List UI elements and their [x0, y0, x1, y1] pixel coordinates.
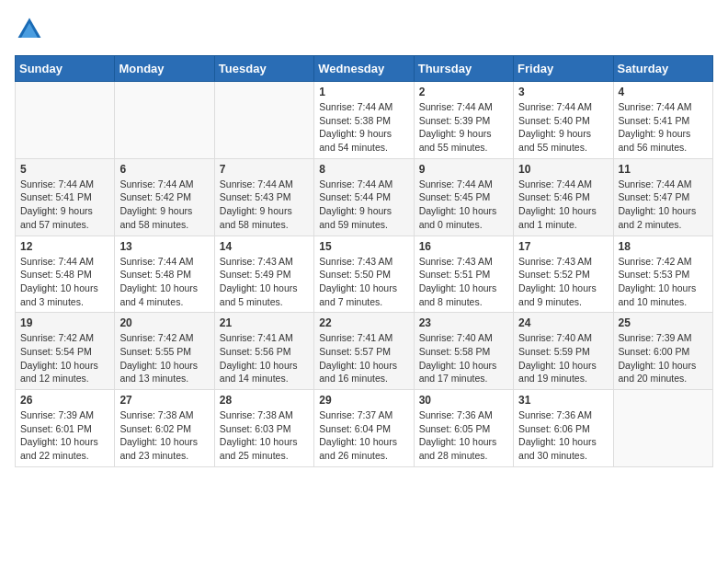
- day-info: and 26 minutes.: [319, 449, 408, 463]
- day-info: Daylight: 10 hours: [419, 282, 508, 295]
- week-row-1: 1Sunrise: 7:44 AMSunset: 5:38 PMDaylight…: [16, 82, 713, 159]
- calendar-cell: 20Sunrise: 7:42 AMSunset: 5:55 PMDayligh…: [115, 313, 214, 390]
- day-number: 5: [20, 163, 109, 176]
- day-number: 14: [220, 240, 309, 253]
- day-info: and 59 minutes.: [319, 218, 408, 232]
- day-info: and 4 minutes.: [119, 295, 209, 309]
- day-info: and 10 minutes.: [619, 295, 708, 309]
- day-info: Sunset: 5:57 PM: [319, 345, 408, 359]
- day-number: 20: [119, 316, 209, 329]
- calendar-cell: 25Sunrise: 7:39 AMSunset: 6:00 PMDayligh…: [613, 313, 712, 390]
- day-info: Daylight: 9 hours: [20, 204, 109, 218]
- day-info: Sunset: 5:38 PM: [319, 114, 408, 128]
- day-info: Sunrise: 7:36 AM: [419, 408, 508, 422]
- day-header-friday: Friday: [514, 56, 613, 82]
- day-info: Sunset: 5:39 PM: [419, 114, 508, 128]
- day-info: and 3 minutes.: [20, 295, 109, 309]
- day-info: and 12 minutes.: [20, 372, 109, 385]
- day-info: and 14 minutes.: [220, 372, 309, 385]
- calendar-cell: 13Sunrise: 7:44 AMSunset: 5:48 PMDayligh…: [115, 236, 214, 313]
- day-number: 31: [518, 394, 608, 407]
- day-info: Sunrise: 7:40 AM: [518, 331, 608, 345]
- calendar-cell: 9Sunrise: 7:44 AMSunset: 5:45 PMDaylight…: [414, 158, 513, 236]
- day-info: Daylight: 10 hours: [119, 282, 209, 295]
- day-info: Sunset: 6:06 PM: [518, 422, 608, 436]
- day-info: Sunset: 5:58 PM: [419, 345, 508, 359]
- day-info: Sunrise: 7:43 AM: [319, 255, 408, 269]
- day-info: Sunrise: 7:44 AM: [319, 100, 408, 114]
- day-info: Daylight: 10 hours: [419, 435, 508, 449]
- day-info: Sunset: 5:50 PM: [319, 268, 408, 282]
- day-info: Sunset: 6:04 PM: [319, 422, 408, 436]
- day-number: 15: [319, 240, 408, 253]
- day-number: 13: [119, 240, 209, 253]
- calendar-cell: 17Sunrise: 7:43 AMSunset: 5:52 PMDayligh…: [514, 236, 613, 313]
- day-info: and 19 minutes.: [518, 372, 608, 385]
- week-row-5: 26Sunrise: 7:39 AMSunset: 6:01 PMDayligh…: [16, 390, 713, 467]
- day-info: Sunrise: 7:44 AM: [419, 100, 508, 114]
- day-info: Sunrise: 7:41 AM: [319, 331, 408, 345]
- day-info: Daylight: 9 hours: [419, 127, 508, 141]
- day-number: 19: [20, 316, 109, 329]
- calendar-cell: 3Sunrise: 7:44 AMSunset: 5:40 PMDaylight…: [514, 82, 613, 159]
- calendar-cell: [613, 390, 712, 467]
- day-info: Sunset: 5:54 PM: [20, 345, 109, 359]
- day-header-tuesday: Tuesday: [214, 56, 313, 82]
- day-info: Sunrise: 7:44 AM: [220, 178, 309, 191]
- day-info: Daylight: 10 hours: [518, 282, 608, 295]
- day-info: Sunrise: 7:44 AM: [419, 178, 508, 191]
- day-number: 22: [319, 316, 408, 329]
- day-header-saturday: Saturday: [613, 56, 712, 82]
- calendar-cell: 22Sunrise: 7:41 AMSunset: 5:57 PMDayligh…: [314, 313, 414, 390]
- day-info: Sunset: 5:56 PM: [220, 345, 309, 359]
- day-info: and 9 minutes.: [518, 295, 608, 309]
- day-info: Daylight: 10 hours: [319, 282, 408, 295]
- calendar-cell: 21Sunrise: 7:41 AMSunset: 5:56 PMDayligh…: [214, 313, 313, 390]
- day-info: Sunrise: 7:44 AM: [20, 255, 109, 269]
- day-info: and 56 minutes.: [619, 141, 708, 155]
- day-info: Daylight: 10 hours: [518, 435, 608, 449]
- day-info: Sunset: 5:48 PM: [119, 268, 209, 282]
- day-info: Sunrise: 7:43 AM: [518, 255, 608, 269]
- week-row-4: 19Sunrise: 7:42 AMSunset: 5:54 PMDayligh…: [16, 313, 713, 390]
- day-info: Daylight: 9 hours: [319, 127, 408, 141]
- day-info: Sunset: 5:59 PM: [518, 345, 608, 359]
- day-info: Daylight: 10 hours: [20, 435, 109, 449]
- calendar-cell: 23Sunrise: 7:40 AMSunset: 5:58 PMDayligh…: [414, 313, 513, 390]
- day-info: and 23 minutes.: [119, 449, 209, 463]
- day-info: Sunrise: 7:44 AM: [119, 255, 209, 269]
- day-info: Sunrise: 7:44 AM: [518, 100, 608, 114]
- day-info: Sunrise: 7:42 AM: [119, 331, 209, 345]
- calendar-cell: [214, 82, 313, 159]
- day-info: Daylight: 10 hours: [419, 359, 508, 373]
- day-info: Daylight: 10 hours: [319, 359, 408, 373]
- day-info: and 0 minutes.: [419, 218, 508, 232]
- calendar-cell: 8Sunrise: 7:44 AMSunset: 5:44 PMDaylight…: [314, 158, 414, 236]
- day-info: Daylight: 10 hours: [220, 359, 309, 373]
- day-info: Sunset: 6:01 PM: [20, 422, 109, 436]
- day-number: 7: [220, 163, 309, 176]
- day-info: Sunrise: 7:38 AM: [119, 408, 209, 422]
- day-info: Daylight: 9 hours: [619, 127, 708, 141]
- calendar-cell: 19Sunrise: 7:42 AMSunset: 5:54 PMDayligh…: [16, 313, 115, 390]
- calendar-cell: 10Sunrise: 7:44 AMSunset: 5:46 PMDayligh…: [514, 158, 613, 236]
- day-header-sunday: Sunday: [16, 56, 115, 82]
- week-row-3: 12Sunrise: 7:44 AMSunset: 5:48 PMDayligh…: [16, 236, 713, 313]
- calendar-cell: 5Sunrise: 7:44 AMSunset: 5:41 PMDaylight…: [16, 158, 115, 236]
- day-info: Sunset: 6:05 PM: [419, 422, 508, 436]
- calendar-table: SundayMondayTuesdayWednesdayThursdayFrid…: [15, 55, 713, 467]
- calendar-cell: 2Sunrise: 7:44 AMSunset: 5:39 PMDaylight…: [414, 82, 513, 159]
- day-info: Daylight: 10 hours: [619, 359, 708, 373]
- day-info: Daylight: 10 hours: [619, 282, 708, 295]
- calendar-cell: 12Sunrise: 7:44 AMSunset: 5:48 PMDayligh…: [16, 236, 115, 313]
- logo-icon: [15, 15, 44, 44]
- day-number: 3: [518, 86, 608, 98]
- day-info: Sunrise: 7:44 AM: [619, 100, 708, 114]
- day-number: 28: [220, 394, 309, 407]
- day-info: and 55 minutes.: [518, 141, 608, 155]
- day-info: Sunrise: 7:44 AM: [119, 178, 209, 191]
- day-number: 30: [419, 394, 508, 407]
- calendar-cell: 28Sunrise: 7:38 AMSunset: 6:03 PMDayligh…: [214, 390, 313, 467]
- calendar-cell: 27Sunrise: 7:38 AMSunset: 6:02 PMDayligh…: [115, 390, 214, 467]
- day-info: and 55 minutes.: [419, 141, 508, 155]
